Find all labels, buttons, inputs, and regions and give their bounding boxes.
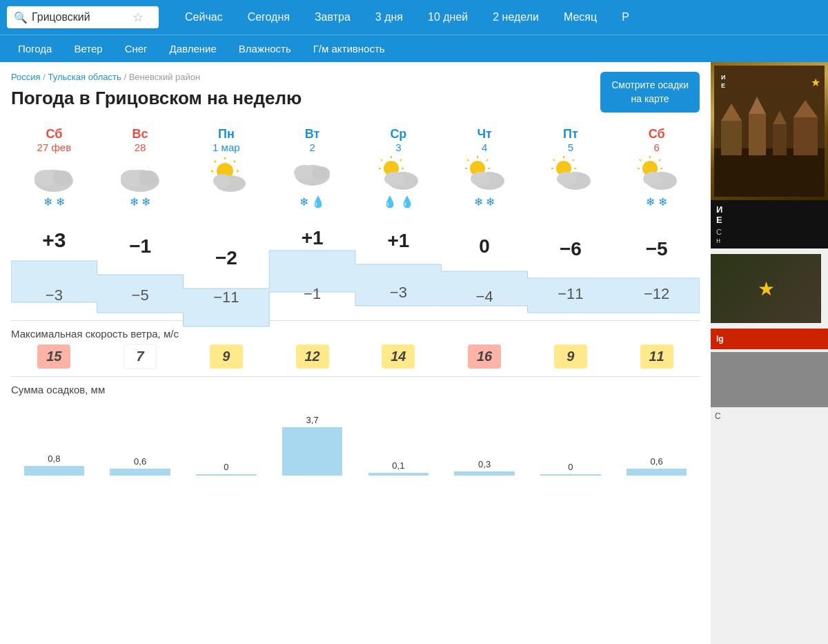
precip-bar-0 bbox=[24, 466, 84, 476]
content-area: Россия / Тульская область / Веневский ра… bbox=[0, 62, 711, 644]
temp-col-6: −6 −11 bbox=[528, 223, 614, 306]
precip-bar-col-6: 0 bbox=[528, 400, 614, 476]
wind-row: 15 7 9 12 14 16 9 bbox=[11, 344, 700, 369]
svg-point-5 bbox=[139, 170, 158, 186]
temp-values-row: +3 −3 −1 −5 −2 −11 +1 −1 bbox=[11, 223, 700, 306]
temp-lo-6: −11 bbox=[558, 260, 583, 303]
icon-col-6 bbox=[528, 155, 614, 193]
precip-col-4: 💧 💧 bbox=[355, 195, 442, 216]
icon-col-0 bbox=[11, 155, 97, 193]
sub-nav: Погода Ветер Снег Давление Влажность Г/м… bbox=[0, 35, 828, 62]
temp-hi-0: +3 bbox=[42, 223, 66, 252]
temp-lo-4: −3 bbox=[390, 252, 407, 302]
precip-col-0: ❄ ❄ bbox=[11, 195, 97, 216]
svg-point-16 bbox=[213, 174, 231, 188]
temp-lo-2: −11 bbox=[213, 269, 239, 306]
precip-col-5: ❄ ❄ bbox=[442, 195, 528, 216]
precip-icon-5: ❄ ❄ bbox=[474, 195, 495, 208]
svg-rect-64 bbox=[793, 117, 818, 155]
precip-icon-4: 💧 💧 bbox=[383, 195, 413, 208]
wind-value-0: 15 bbox=[37, 344, 70, 369]
title-area: Россия / Тульская область / Веневский ра… bbox=[11, 72, 302, 119]
nav-link-today[interactable]: Сегодня bbox=[235, 0, 302, 35]
temp-col-7: −5 −12 bbox=[613, 223, 700, 306]
svg-line-26 bbox=[400, 159, 402, 161]
nav-link-more[interactable]: Р bbox=[609, 0, 642, 35]
svg-line-53 bbox=[659, 159, 660, 161]
precip-bar-5 bbox=[454, 471, 514, 476]
weather-icon-6 bbox=[543, 155, 598, 193]
temp-col-5: 0 −4 bbox=[442, 223, 528, 306]
sidebar: ★ И Е ИЕ Сн ★ Ig С bbox=[711, 62, 828, 644]
day-date-0: 27 фев bbox=[37, 142, 72, 153]
svg-point-2 bbox=[52, 170, 72, 186]
wind-col-5: 16 bbox=[442, 344, 528, 369]
svg-point-37 bbox=[471, 172, 490, 186]
precip-icon-7: ❄ ❄ bbox=[646, 195, 667, 208]
sidebar-ad3-text: Ig bbox=[716, 334, 724, 344]
precip-val-2: 0 bbox=[224, 462, 228, 472]
wind-col-3: 12 bbox=[269, 344, 355, 369]
precip-bars-row: 0,8 0,6 0 3,7 bbox=[11, 400, 700, 476]
wind-col-0: 15 bbox=[11, 344, 97, 369]
sidebar-ad4 bbox=[711, 352, 828, 407]
wind-value-6: 9 bbox=[554, 344, 587, 369]
nav-link-tomorrow[interactable]: Завтра bbox=[302, 0, 363, 35]
svg-text:★: ★ bbox=[811, 77, 820, 88]
precip-icons-row: ❄ ❄ ❄ ❄ ❄ 💧 💧 💧 ❄ ❄ bbox=[11, 195, 700, 216]
precip-bar-1 bbox=[110, 469, 170, 476]
precip-bar-col-7: 0,6 bbox=[613, 400, 700, 476]
precip-val-5: 0,3 bbox=[478, 459, 491, 469]
day-col-7: Сб 6 bbox=[613, 127, 700, 153]
subnav-snow[interactable]: Снег bbox=[114, 35, 159, 63]
day-date-4: 3 bbox=[395, 142, 401, 153]
svg-line-43 bbox=[553, 159, 555, 161]
svg-rect-60 bbox=[749, 114, 766, 155]
day-col-4: Ср 3 bbox=[355, 127, 442, 153]
nav-link-2week[interactable]: 2 недели bbox=[480, 0, 551, 35]
wind-col-4: 14 bbox=[355, 344, 442, 369]
day-names-row: Сб 27 фев Вс 28 Пн 1 мар Вт 2 Ср 3 bbox=[11, 127, 700, 153]
wind-value-4: 14 bbox=[382, 344, 415, 369]
subnav-wind[interactable]: Ветер bbox=[63, 35, 113, 63]
subnav-pressure[interactable]: Давление bbox=[159, 35, 228, 63]
precip-val-7: 0,6 bbox=[651, 456, 663, 467]
svg-point-28 bbox=[384, 172, 404, 186]
nav-link-10day[interactable]: 10 дней bbox=[415, 0, 480, 35]
search-box[interactable]: 🔍 ☆ bbox=[7, 6, 159, 28]
header-row: Россия / Тульская область / Веневский ра… bbox=[11, 72, 700, 119]
day-date-7: 6 bbox=[653, 142, 659, 153]
icon-col-3 bbox=[269, 155, 355, 193]
day-col-5: Чт 4 bbox=[442, 127, 528, 153]
page-title: Погода в Грицовском на неделю bbox=[11, 88, 302, 109]
wind-col-1: 7 bbox=[97, 344, 184, 369]
precip-bar-4 bbox=[368, 473, 428, 476]
nav-link-now[interactable]: Сейчас bbox=[172, 0, 235, 35]
temp-lo-3: −1 bbox=[304, 249, 321, 303]
day-col-2: Пн 1 мар bbox=[184, 127, 270, 153]
icon-col-7 bbox=[613, 155, 700, 193]
sidebar-ad-title: ИЕ bbox=[716, 204, 822, 225]
favorite-icon[interactable]: ☆ bbox=[132, 10, 144, 25]
svg-line-25 bbox=[381, 159, 382, 161]
breadcrumb-russia[interactable]: Россия bbox=[11, 72, 41, 82]
precip-icon-3: ❄ 💧 bbox=[299, 195, 325, 208]
temp-col-0: +3 −3 bbox=[11, 223, 97, 306]
map-button[interactable]: Смотрите осадкина карте bbox=[600, 72, 700, 113]
precip-col-7: ❄ ❄ bbox=[613, 195, 700, 216]
weather-icon-3 bbox=[285, 155, 340, 193]
subnav-gm[interactable]: Г/м активность bbox=[302, 35, 396, 63]
subnav-humidity[interactable]: Влажность bbox=[228, 35, 302, 63]
nav-link-month[interactable]: Месяц bbox=[551, 0, 609, 35]
nav-link-3day[interactable]: 3 дня bbox=[363, 0, 415, 35]
icon-col-4 bbox=[355, 155, 442, 193]
day-col-3: Вт 2 bbox=[269, 127, 355, 153]
breadcrumb-region[interactable]: Тульская область bbox=[48, 72, 121, 82]
temp-col-2: −2 −11 bbox=[184, 223, 270, 306]
day-name-0: Сб bbox=[46, 127, 62, 142]
day-name-7: Сб bbox=[649, 127, 665, 142]
svg-line-11 bbox=[215, 161, 216, 162]
search-input[interactable] bbox=[32, 11, 128, 23]
weather-icon-4 bbox=[371, 155, 426, 193]
subnav-weather[interactable]: Погода bbox=[7, 35, 63, 63]
